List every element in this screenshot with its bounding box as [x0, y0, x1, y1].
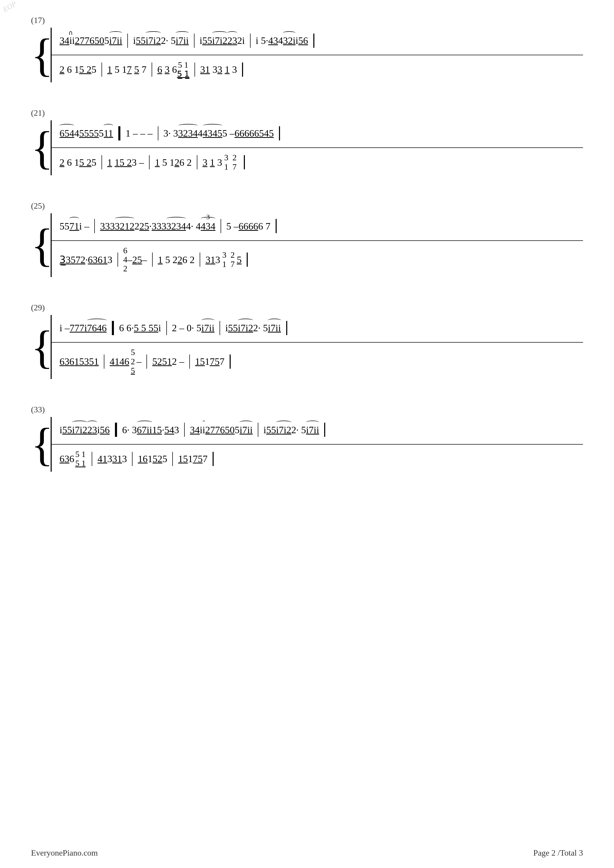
section-33: (33) { i 55 i7i2 [31, 405, 583, 472]
section-17: (17) { 34 i [31, 16, 583, 82]
brace-21: { [31, 120, 53, 175]
system-lines-33: i 55 i7i2 23 i 56 [51, 417, 583, 472]
system-17: { 34 i i [31, 28, 583, 82]
bass-21: 2 6 1 5 2 5 1 1 5 2 3 – [52, 148, 583, 175]
slur-arc [69, 31, 72, 35]
footer-left: EveryonePiano.com [31, 848, 98, 858]
system-lines-29: i – 777i 7646 6 6· 5 5 5 5 i [51, 315, 583, 379]
bass-measures-25: 3̲ 35 72 · 6361 3 6 [52, 246, 583, 273]
slur-group-3: i7ii [176, 35, 189, 46]
section-num-33: (33) [31, 405, 583, 414]
section-num-17: (17) [31, 16, 583, 25]
bass-measures-33: 6 3 6 5 1 5 1 4 1 3 3 1 [52, 450, 583, 468]
tied-group: i [69, 35, 72, 46]
treble-33: i 55 i7i2 23 i 56 [52, 417, 583, 445]
section-21: (21) { 654 4 5555 5 [31, 108, 583, 175]
brace-29: { [31, 315, 53, 379]
system-21: { 654 4 5555 5 11 [31, 120, 583, 175]
bass-25: 3̲ 35 72 · 6361 3 6 [52, 241, 583, 277]
treble-measures-21: 654 4 5555 5 11 1 – – – [52, 124, 583, 142]
slur-group-4: i7i2 [212, 35, 227, 46]
section-num-25: (25) [31, 201, 583, 211]
bass-17: 2 6 1 5 2 5 1 5 1 [52, 55, 583, 82]
brace-33: { [31, 417, 53, 472]
system-lines-25: 5 5 71 i – 333 [51, 213, 583, 277]
system-lines-21: 654 4 5555 5 11 1 – – – [51, 120, 583, 175]
note-group: 34 [59, 35, 69, 46]
bass-33: 6 3 6 5 1 5 1 4 1 3 3 1 [52, 445, 583, 472]
slur-group-2: i7i2 [146, 35, 161, 46]
footer: EveryonePiano.com Page 2 /Total 3 [0, 848, 614, 858]
bass-measures-29: 6 3 6 1 5 3 5 1 4 1 [52, 348, 583, 375]
treble-measures-33: i 55 i7i2 23 i 56 [52, 421, 583, 439]
section-num-21: (21) [31, 108, 583, 118]
system-33: { i 55 i7i2 [31, 417, 583, 472]
footer-right: Page 2 /Total 3 [533, 848, 583, 858]
brace-25: { [31, 213, 53, 277]
page: EOP (17) { 34 i [0, 0, 614, 868]
treble-25: 5 5 71 i – 333 [52, 213, 583, 241]
brace-17: { [31, 28, 53, 82]
bass-29: 6 3 6 1 5 3 5 1 4 1 [52, 343, 583, 379]
treble-measures-29: i – 777i 7646 6 6· 5 5 5 5 i [52, 319, 583, 337]
watermark: EOP [2, 0, 18, 14]
slur-group-1: i7ii [109, 35, 123, 46]
slur-group-6: 32i [283, 35, 295, 46]
system-29: { i – 777i 7646 6 6· 5 5 [31, 315, 583, 379]
bass-measures-17: 2 6 1 5 2 5 1 5 1 [52, 60, 583, 79]
system-25: { 5 5 71 i – [31, 213, 583, 277]
treble-29: i – 777i 7646 6 6· 5 5 5 5 i [52, 315, 583, 343]
treble-measures-17: 34 i i 2 77 650 [52, 31, 583, 50]
treble-measures-25: 5 5 71 i – 333 [52, 217, 583, 235]
system-lines-17: 34 i i 2 77 650 [51, 28, 583, 82]
treble-21: 654 4 5555 5 11 1 – – – [52, 120, 583, 148]
section-29: (29) { i – 777i 7646 6 6· [31, 303, 583, 379]
slur-group-5: 23 [227, 35, 237, 46]
section-num-29: (29) [31, 303, 583, 312]
treble-17: 34 i i 2 77 650 [52, 28, 583, 55]
bass-measures-21: 2 6 1 5 2 5 1 1 5 2 3 – [52, 153, 583, 171]
section-25: (25) { 5 5 71 [31, 201, 583, 277]
